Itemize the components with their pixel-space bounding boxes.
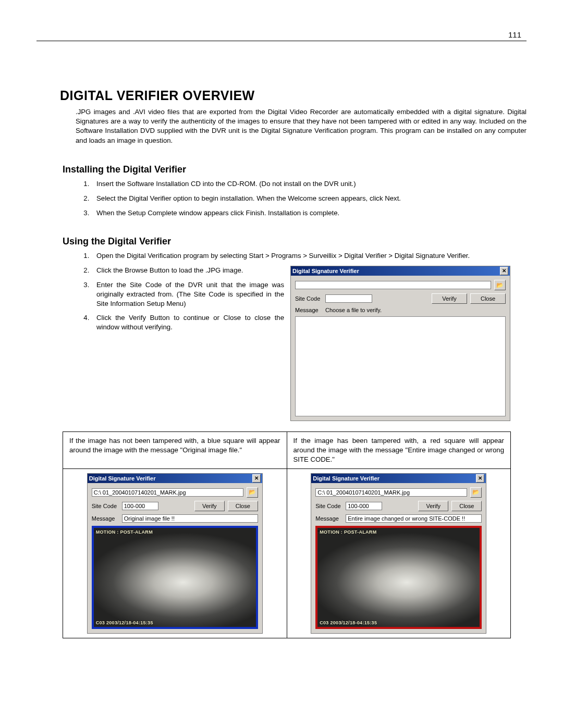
close-button[interactable]: Close: [470, 293, 506, 304]
document-page: 111 DIGITAL VERIFIER OVERVIEW .JPG image…: [0, 0, 563, 728]
dialog-title: Digital Signature Verifier: [313, 475, 380, 482]
close-icon[interactable]: ✕: [476, 474, 484, 483]
verifier-dialog-valid: Digital Signature Verifier ✕ C:\ 01_2004…: [87, 473, 263, 634]
site-code-label: Site Code: [295, 295, 322, 302]
overlay-bottom: C03 2003/12/18-04:15:35: [320, 620, 377, 625]
dialog-titlebar[interactable]: Digital Signature Verifier ✕: [311, 474, 486, 483]
browse-icon[interactable]: 📂: [247, 487, 258, 498]
overlay-bottom: C03 2003/12/18-04:15:35: [96, 620, 153, 625]
preview-area: [295, 316, 506, 416]
close-button[interactable]: Close: [228, 501, 258, 511]
installing-steps: Insert the Software Installation CD into…: [76, 179, 527, 217]
site-code-input[interactable]: [325, 294, 372, 303]
file-path-input[interactable]: [295, 281, 491, 289]
dialog-titlebar[interactable]: Digital Signature Verifier ✕: [291, 266, 510, 276]
list-item: Enter the Site Code of the DVR unit that…: [91, 280, 284, 308]
list-item: Open the Digital Verification program by…: [91, 251, 527, 261]
message-label: Message: [295, 307, 322, 313]
close-button[interactable]: Close: [451, 501, 482, 511]
preview-valid: MOTION : POST-ALARM C03 2003/12/18-04:15…: [92, 526, 258, 629]
preview-invalid: MOTION : POST-ALARM C03 2003/12/18-04:15…: [315, 526, 482, 629]
verifier-dialog: Digital Signature Verifier ✕ 📂 Site Code…: [290, 266, 510, 421]
message-value: Entire image changed or wrong SITE-CODE …: [346, 514, 482, 523]
message-value: Choose a file to verify.: [325, 307, 382, 313]
close-icon[interactable]: ✕: [500, 267, 508, 275]
close-icon[interactable]: ✕: [252, 474, 261, 483]
overlay-top: MOTION : POST-ALARM: [96, 529, 153, 535]
browse-icon[interactable]: 📂: [470, 487, 482, 498]
list-item: Select the Digital Verifier option to be…: [91, 194, 527, 203]
site-code-label: Site Code: [92, 503, 119, 509]
site-code-input[interactable]: 100-000: [122, 502, 158, 510]
using-heading: Using the Digital Verifier: [63, 236, 527, 247]
using-steps-top: Open the Digital Verification program by…: [76, 251, 527, 261]
installing-heading: Installing the Digital Verifier: [63, 164, 527, 175]
verify-button[interactable]: Verify: [432, 293, 467, 304]
compare-right-desc: If the image has been tampered with, a r…: [287, 432, 511, 468]
message-label: Message: [315, 515, 342, 522]
verifier-dialog-invalid: Digital Signature Verifier ✕ C:\ 01_2004…: [311, 473, 486, 634]
list-item: Click the Browse Button to load the .JPG…: [91, 266, 284, 275]
using-steps-side: Click the Browse Button to load the .JPG…: [76, 266, 284, 332]
dialog-title: Digital Signature Verifier: [89, 475, 156, 482]
site-code-input[interactable]: 100-000: [346, 502, 382, 510]
verify-button[interactable]: Verify: [418, 501, 448, 511]
list-item: Click the Verify Button to continue or C…: [91, 313, 284, 332]
compare-left-desc: If the image has not been tampered with,…: [63, 432, 287, 468]
verify-button[interactable]: Verify: [194, 501, 225, 511]
header-rule: [36, 41, 527, 41]
browse-icon[interactable]: 📂: [494, 280, 506, 290]
message-label: Message: [92, 515, 119, 522]
overlay-top: MOTION : POST-ALARM: [320, 529, 376, 535]
message-value: Original image file !!: [122, 514, 258, 523]
file-path-input[interactable]: C:\ 01_20040107140201_MARK.jpg: [315, 488, 467, 497]
list-item: When the Setup Complete window appears c…: [91, 208, 527, 218]
dialog-titlebar[interactable]: Digital Signature Verifier ✕: [88, 474, 262, 483]
site-code-label: Site Code: [315, 503, 342, 509]
list-item: Insert the Software Installation CD into…: [91, 179, 527, 189]
intro-paragraph: .JPG images and .AVI video files that ar…: [76, 107, 527, 145]
page-title: DIGITAL VERIFIER OVERVIEW: [60, 88, 527, 103]
page-number: 111: [508, 30, 521, 39]
file-path-input[interactable]: C:\ 01_20040107140201_MARK.jpg: [92, 488, 243, 497]
comparison-table: If the image has not been tampered with,…: [63, 431, 511, 638]
dialog-title: Digital Signature Verifier: [292, 268, 359, 274]
